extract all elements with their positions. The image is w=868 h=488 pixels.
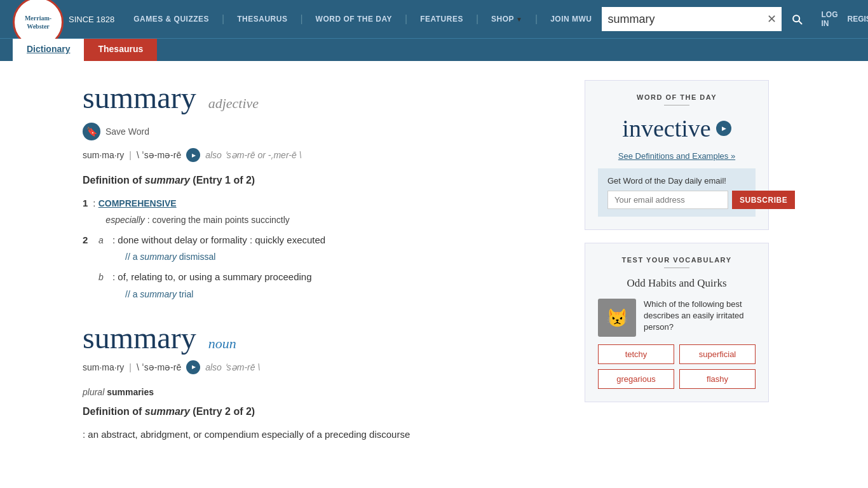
nav-join[interactable]: JOIN MWU (550, 15, 592, 24)
def-header-1: Definition of summary (Entry 1 of 2) (83, 175, 566, 186)
since-label: SINCE 1828 (69, 15, 114, 24)
def-2a: a : done without delay or formality : qu… (98, 233, 566, 264)
example-2b: // a summary trial (125, 288, 312, 301)
def-1: 1 : COMPREHENSIVE especially : covering … (83, 196, 566, 227)
dictionary-content: summary adjective 🔖 Save Word sum·ma·ry … (83, 80, 566, 461)
wotd-see-link[interactable]: See Definitions and Examples » (598, 151, 756, 161)
vocab-question: Which of the following best describes an… (644, 299, 756, 334)
vocab-title: TEST YOUR VOCABULARY (598, 256, 756, 264)
def-2a-body: : done without delay or formality : quic… (112, 233, 325, 264)
def-2b-body: : of, relating to, or using a summary pr… (112, 270, 312, 301)
search-input[interactable] (602, 13, 762, 26)
vocab-divider (664, 268, 689, 268)
def-num-2: 2 (83, 233, 98, 301)
plural-line: plural summaries (83, 387, 566, 397)
answer-flashy[interactable]: flashy (679, 369, 756, 389)
entry-1-word: summary (83, 81, 196, 114)
vocab-subtitle: Odd Habits and Quirks (598, 277, 756, 290)
def-1-especially: especially : covering the main points su… (105, 214, 289, 227)
vocab-answers: tetchy superficial gregarious flashy (598, 344, 756, 389)
pron-text-2: \ ˈsə-mə-rē (137, 362, 181, 372)
nav-games[interactable]: GAMES & QUIZZES (133, 15, 209, 24)
example-2b-word: summary (140, 289, 177, 299)
speaker-button-1[interactable] (186, 148, 200, 162)
nav-wotd[interactable]: WORD OF THE DAY (316, 15, 392, 24)
header: Merriam- Webster SINCE 1828 GAMES & QUIZ… (0, 0, 868, 38)
shop-chevron-icon: ▼ (516, 16, 522, 23)
example-2a: // a summary dismissal (125, 250, 325, 264)
search-button[interactable] (782, 7, 812, 31)
pron-also-1: also ˈsəm-rē or -ˌmer-ē \ (205, 150, 301, 160)
save-word-label: Save Word (105, 126, 149, 137)
main-nav: GAMES & QUIZZES | THESAURUS | WORD OF TH… (133, 13, 592, 25)
search-bar: ✕ (602, 7, 812, 31)
def-entry-2: : an abstract, abridgment, or compendium… (83, 428, 566, 442)
nav-shop[interactable]: SHOP (491, 15, 514, 24)
entry-2-pos: noun (208, 336, 236, 351)
sidebar: WORD OF THE DAY invective See Definition… (585, 80, 769, 461)
main-content: summary adjective 🔖 Save Word sum·ma·ry … (0, 61, 868, 473)
wotd-title: WORD OF THE DAY (598, 93, 756, 101)
save-word-button[interactable]: 🔖 Save Word (83, 123, 566, 140)
nav-features[interactable]: FEATURES (420, 15, 463, 24)
def-header-2: Definition of summary (Entry 2 of 2) (83, 406, 566, 417)
def-2b-label: b (98, 270, 112, 301)
syllables-1: sum·ma·ry (83, 150, 124, 160)
entry-1: summary adjective 🔖 Save Word sum·ma·ry … (83, 80, 566, 301)
def-num-1: 1 (83, 196, 88, 211)
tab-thesaurus[interactable]: Thesaurus (84, 39, 157, 61)
entry-1-pronunciation: sum·ma·ry | \ ˈsə-mə-rē also ˈsəm-rē or … (83, 148, 566, 162)
def-1-esp-text: : covering the main points succinctly (147, 215, 290, 225)
vocab-box: TEST YOUR VOCABULARY Odd Habits and Quir… (585, 243, 769, 402)
login-link[interactable]: LOG IN (822, 10, 838, 28)
wotd-divider (664, 105, 689, 105)
search-icon (790, 13, 803, 25)
auth-nav: LOG IN REGISTER (822, 10, 868, 28)
wotd-speaker-button[interactable] (716, 121, 731, 136)
answer-superficial[interactable]: superficial (679, 344, 756, 364)
plural-label: plural (83, 387, 104, 397)
vocab-image: 😾 (598, 299, 636, 337)
email-input[interactable] (607, 191, 728, 209)
nav-shop-container[interactable]: SHOP ▼ (491, 15, 522, 24)
def-2a-label: a (98, 233, 112, 264)
syllables-2: sum·ma·ry (83, 362, 124, 372)
plural-value: summaries (107, 387, 154, 397)
nav-thesaurus[interactable]: THESAURUS (237, 15, 287, 24)
pron-text-1: \ ˈsə-mə-rē (137, 150, 181, 160)
wotd-box: WORD OF THE DAY invective See Definition… (585, 80, 769, 230)
comprehensive-link[interactable]: COMPREHENSIVE (98, 198, 177, 208)
pron-also-2: also ˈsəm-rē \ (205, 362, 260, 372)
entry-2-pronunciation: sum·ma·ry | \ ˈsə-mə-rē also ˈsəm-rē \ (83, 360, 566, 374)
email-row: SUBSCRIBE (607, 191, 746, 209)
entry-2-word: summary (83, 321, 196, 355)
tab-bar: Dictionary Thesaurus (0, 38, 868, 61)
def-1-text: : COMPREHENSIVE (93, 198, 176, 208)
wotd-email-prompt: Get Word of the Day daily email! (607, 176, 746, 186)
search-clear-button[interactable]: ✕ (762, 12, 782, 26)
tab-dictionary[interactable]: Dictionary (13, 39, 84, 61)
entry-1-pos: adjective (208, 95, 259, 111)
register-link[interactable]: REGISTER (848, 15, 868, 24)
wotd-word: invective (598, 114, 756, 142)
entry-2: summary noun sum·ma·ry | \ ˈsə-mə-rē als… (83, 320, 566, 442)
speaker-button-2[interactable] (186, 360, 200, 374)
def-2b: b : of, relating to, or using a summary … (98, 270, 566, 301)
answer-tetchy[interactable]: tetchy (598, 344, 674, 364)
vocab-question-row: 😾 Which of the following best describes … (598, 299, 756, 337)
bookmark-icon: 🔖 (83, 123, 100, 140)
def-2: 2 a : done without delay or formality : … (83, 233, 566, 301)
subscribe-button[interactable]: SUBSCRIBE (732, 191, 795, 209)
example-2a-word: summary (140, 252, 177, 262)
wotd-word-text: invective (622, 114, 710, 142)
wotd-email-section: Get Word of the Day daily email! SUBSCRI… (598, 168, 756, 217)
answer-gregarious[interactable]: gregarious (598, 369, 674, 389)
